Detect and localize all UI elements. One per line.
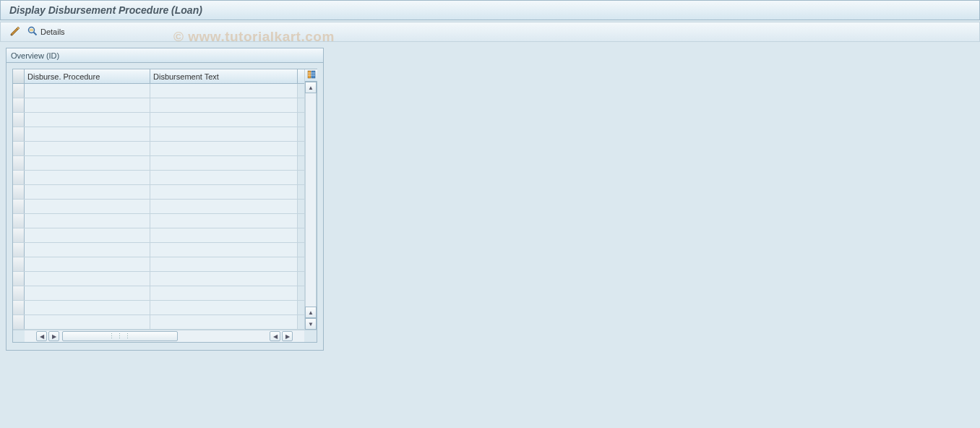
cell-procedure[interactable] <box>25 228 150 242</box>
row-select-handle[interactable] <box>13 272 25 286</box>
row-select-handle[interactable] <box>13 286 25 300</box>
table-row <box>13 171 304 185</box>
table-row <box>13 272 304 286</box>
table-header-row: Disburse. Procedure Disbursement Text <box>13 69 304 84</box>
svg-rect-5 <box>311 71 315 78</box>
cell-procedure[interactable] <box>25 98 150 112</box>
cell-text[interactable] <box>150 200 298 213</box>
overview-panel: Overview (ID) Disburse. Procedure Disbur… <box>6 48 324 351</box>
cell-text[interactable] <box>150 228 298 242</box>
cell-procedure[interactable] <box>25 185 150 199</box>
triangle-left-icon: ◀ <box>273 333 278 340</box>
row-select-handle[interactable] <box>13 200 25 213</box>
table-row <box>13 142 304 156</box>
row-select-handle[interactable] <box>13 84 25 98</box>
horizontal-scrollbar: ◀ ▶ ⋮⋮⋮ ◀ ▶ <box>13 330 317 342</box>
cell-procedure[interactable] <box>25 286 150 300</box>
row-select-handle[interactable] <box>13 315 25 329</box>
horizontal-scroll-thumb[interactable]: ⋮⋮⋮ <box>62 331 178 341</box>
cell-text[interactable] <box>150 272 298 286</box>
table-row <box>13 315 304 330</box>
application-toolbar: Details <box>0 22 980 42</box>
content-area: Overview (ID) Disburse. Procedure Disbur… <box>0 42 980 428</box>
cell-text[interactable] <box>150 243 298 257</box>
row-select-handle[interactable] <box>13 243 25 257</box>
table-row <box>13 156 304 171</box>
cell-text[interactable] <box>150 156 298 170</box>
svg-rect-4 <box>308 71 311 78</box>
scroll-right-button[interactable]: ▶ <box>282 331 293 341</box>
row-select-handle[interactable] <box>13 228 25 242</box>
cell-procedure[interactable] <box>25 243 150 257</box>
cell-text[interactable] <box>150 257 298 271</box>
cell-text[interactable] <box>150 84 298 98</box>
pencil-glasses-icon <box>9 25 21 38</box>
table-row <box>13 286 304 301</box>
scroll-up-button[interactable]: ▲ <box>305 82 317 93</box>
row-select-handle[interactable] <box>13 185 25 199</box>
col-header-procedure[interactable]: Disburse. Procedure <box>25 69 150 83</box>
table-row <box>13 127 304 142</box>
scroll-down-button[interactable]: ▼ <box>305 318 317 330</box>
triangle-left-icon: ◀ <box>40 333 44 340</box>
cell-procedure[interactable] <box>25 142 150 155</box>
cell-procedure[interactable] <box>25 200 150 213</box>
table-row <box>13 113 304 127</box>
cell-text[interactable] <box>150 185 298 199</box>
table-row <box>13 185 304 200</box>
table-row <box>13 200 304 214</box>
cell-text[interactable] <box>150 301 298 314</box>
row-select-handle[interactable] <box>13 113 25 127</box>
overview-panel-header: Overview (ID) <box>7 48 323 63</box>
cell-procedure[interactable] <box>25 156 150 170</box>
disbursement-table: Disburse. Procedure Disbursement Text <box>12 69 317 343</box>
window-title-bar: Display Disbursement Procedure (Loan) <box>0 0 980 20</box>
cell-text[interactable] <box>150 113 298 127</box>
scroll-left-button[interactable]: ◀ <box>36 331 47 341</box>
cell-text[interactable] <box>150 171 298 184</box>
row-select-handle[interactable] <box>13 301 25 314</box>
magnifier-detail-icon <box>27 25 38 38</box>
cell-text[interactable] <box>150 286 298 300</box>
triangle-up-icon: ▲ <box>308 85 314 91</box>
col-header-text[interactable]: Disbursement Text <box>150 69 298 83</box>
cell-text[interactable] <box>150 98 298 112</box>
table-config-button[interactable] <box>305 69 317 82</box>
triangle-right-icon: ▶ <box>52 333 56 340</box>
cell-procedure[interactable] <box>25 257 150 271</box>
cell-text[interactable] <box>150 142 298 155</box>
table-row <box>13 214 304 228</box>
cell-procedure[interactable] <box>25 127 150 141</box>
cell-procedure[interactable] <box>25 315 150 329</box>
row-select-handle[interactable] <box>13 156 25 170</box>
cell-procedure[interactable] <box>25 84 150 98</box>
scroll-right-page-button[interactable]: ◀ <box>270 331 280 341</box>
cell-procedure[interactable] <box>25 301 150 314</box>
details-button-label: Details <box>40 27 65 36</box>
triangle-down-icon: ▼ <box>308 321 314 328</box>
cell-text[interactable] <box>150 127 298 141</box>
cell-procedure[interactable] <box>25 171 150 184</box>
cell-text[interactable] <box>150 214 298 228</box>
cell-procedure[interactable] <box>25 272 150 286</box>
table-row <box>13 301 304 315</box>
details-button[interactable]: Details <box>25 25 66 39</box>
svg-rect-3 <box>30 30 33 31</box>
window-title: Display Disbursement Procedure (Loan) <box>9 4 202 16</box>
cell-procedure[interactable] <box>25 214 150 228</box>
row-select-all-header[interactable] <box>13 69 25 83</box>
cell-text[interactable] <box>150 315 298 329</box>
toggle-edit-button[interactable] <box>8 25 22 39</box>
row-select-handle[interactable] <box>13 142 25 155</box>
cell-procedure[interactable] <box>25 113 150 127</box>
row-select-handle[interactable] <box>13 171 25 184</box>
row-select-handle[interactable] <box>13 127 25 141</box>
row-select-handle[interactable] <box>13 257 25 271</box>
vertical-scroll-track[interactable] <box>305 93 317 307</box>
scroll-left-page-button[interactable]: ▶ <box>48 331 59 341</box>
row-select-handle[interactable] <box>13 98 25 112</box>
table-settings-icon <box>307 70 316 80</box>
table-row <box>13 98 304 113</box>
row-select-handle[interactable] <box>13 214 25 228</box>
scroll-up-page-button[interactable]: ▲ <box>305 307 317 318</box>
